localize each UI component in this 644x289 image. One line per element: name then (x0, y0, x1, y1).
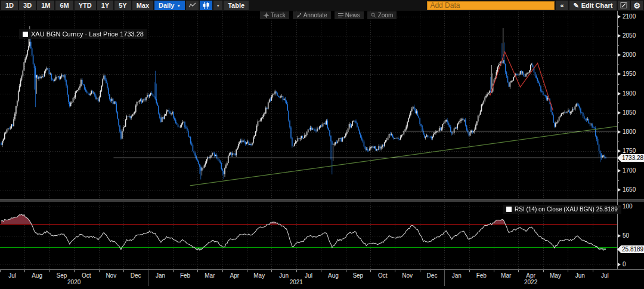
price-tick-marker (618, 188, 621, 192)
chart-type-dropdown[interactable]: ▼ (213, 1, 222, 10)
price-tick-marker (618, 149, 621, 153)
range-button-1m[interactable]: 1M (37, 1, 54, 10)
price-tick-label: 1750 (623, 147, 636, 154)
period-dropdown[interactable]: Daily ▼ (154, 1, 185, 10)
price-tick-label: 1650 (623, 186, 636, 193)
panel-separator[interactable] (0, 199, 644, 202)
price-tick-label: 1800 (623, 128, 636, 135)
x-axis-year-label: 2021 (290, 279, 303, 285)
x-axis-tick (247, 270, 247, 272)
range-button-6m[interactable]: 6M (55, 1, 73, 10)
price-tick-label: 1950 (623, 70, 636, 77)
annotate-button[interactable]: Annotate (293, 11, 331, 19)
x-axis-month-label: Jan (444, 272, 469, 279)
price-chart-canvas[interactable] (0, 11, 617, 199)
x-axis-tick (346, 270, 346, 272)
x-axis-tick (321, 270, 321, 272)
rsi-tick-label: 50 (623, 232, 629, 239)
rsi-study-legend[interactable]: RSI (14) on Close (XAU BGN) 25.8189 (503, 205, 621, 214)
line-chart-type-button[interactable] (186, 1, 199, 10)
range-button-3d[interactable]: 3D (19, 1, 36, 10)
price-series-legend[interactable]: XAU BGN Curncy - Last Price 1733.28 (19, 29, 147, 39)
track-button[interactable]: Track (260, 11, 289, 19)
news-button[interactable]: News (335, 11, 364, 19)
price-minor-tick (617, 84, 619, 85)
range-button-ytd[interactable]: YTD (75, 1, 96, 10)
x-axis-tick (24, 270, 25, 272)
add-data-input[interactable] (427, 1, 555, 10)
candlestick-icon (202, 2, 210, 9)
x-axis-year-separator (444, 270, 445, 286)
x-axis-tick (370, 270, 371, 272)
edit-chart-button[interactable]: ✎ Edit Chart (569, 1, 617, 10)
price-tick-marker (618, 15, 621, 19)
x-axis-month-label: Nov (99, 272, 123, 279)
range-tabs: 1D3D1M6MYTD1Y5YMax (1, 1, 153, 10)
x-axis-month-label: May (247, 272, 271, 279)
x-axis-tick (494, 270, 494, 272)
x-axis-tick (173, 270, 174, 272)
x-axis-tick (518, 270, 519, 272)
range-button-5y[interactable]: 5Y (114, 1, 131, 10)
x-axis-month-label: Oct (370, 272, 395, 279)
x-axis-month-label: Oct (74, 272, 98, 279)
x-axis-month-label: Nov (395, 272, 419, 279)
x-axis-month-label: Jul (296, 272, 321, 279)
x-axis-month-label: Mar (197, 272, 222, 279)
rsi-value-badge: 25.8189 (617, 245, 644, 253)
price-tick-marker (618, 130, 621, 134)
x-axis-year-separator (148, 270, 148, 286)
x-axis-tick (593, 270, 593, 272)
rsi-tick-label: 0 (623, 261, 626, 268)
zoom-button[interactable]: Zoom (367, 11, 397, 19)
price-minor-tick (617, 64, 619, 65)
settings-button[interactable]: ⚙ (631, 1, 643, 10)
news-list-icon (338, 13, 343, 18)
x-axis-month-label: May (543, 272, 568, 279)
x-axis-tick (49, 270, 50, 272)
price-minor-tick (617, 122, 619, 123)
range-button-1d[interactable]: 1D (1, 1, 18, 10)
x-axis-tick (74, 270, 75, 272)
series-swatch (23, 32, 28, 37)
x-axis-year-label: 2022 (524, 279, 537, 285)
x-axis-month-label: Jun (271, 272, 296, 279)
price-tick-marker (618, 53, 621, 57)
price-minor-tick (617, 26, 619, 27)
pencil-icon (296, 13, 302, 18)
x-axis-month-label: Jun (568, 272, 592, 279)
chart-toolbar: 1D3D1M6MYTD1Y5YMax Daily ▼ ▼ Table « ✎ E… (0, 0, 644, 11)
x-axis-tick (222, 270, 223, 272)
table-button[interactable]: Table (224, 1, 249, 10)
collapse-button[interactable]: « (556, 1, 568, 10)
price-minor-tick (617, 142, 619, 142)
x-axis-tick (420, 270, 420, 272)
price-tick-label: 2100 (623, 13, 636, 20)
price-tick-label: 1700 (623, 167, 636, 174)
x-axis: JulAugSepOctNovDecJanFebMarAprMayJunJulA… (0, 269, 644, 289)
x-axis-month-label: Jan (148, 272, 172, 279)
x-axis-month-label: Feb (469, 272, 494, 279)
last-price-badge: 1733.28 (617, 154, 644, 162)
x-axis-month-label: Dec (123, 272, 148, 279)
x-axis-month-label: Aug (24, 272, 49, 279)
x-axis-month-label: Feb (173, 272, 197, 279)
price-tick-label: 1900 (623, 90, 636, 97)
price-legend-text: XAU BGN Curncy - Last Price 1733.28 (31, 30, 144, 38)
price-tick-label: 2050 (623, 32, 636, 39)
chart-annotate-button[interactable] (618, 1, 630, 10)
magnifier-icon (371, 13, 376, 18)
range-button-1y[interactable]: 1Y (97, 1, 113, 10)
news-label: News (345, 12, 360, 19)
x-axis-month-label: Apr (222, 272, 247, 279)
annotate-label: Annotate (304, 12, 327, 19)
candlestick-chart-type-button[interactable] (200, 1, 212, 10)
line-chart-icon (188, 2, 196, 9)
x-axis-month-label: Sep (49, 272, 74, 279)
x-axis-month-label: Mar (494, 272, 518, 279)
x-axis-month-label: Jul (0, 272, 24, 279)
price-minor-tick (617, 180, 619, 181)
x-axis-tick (469, 270, 470, 272)
rsi-tick-label: 100 (623, 203, 633, 210)
range-button-max[interactable]: Max (132, 1, 153, 10)
